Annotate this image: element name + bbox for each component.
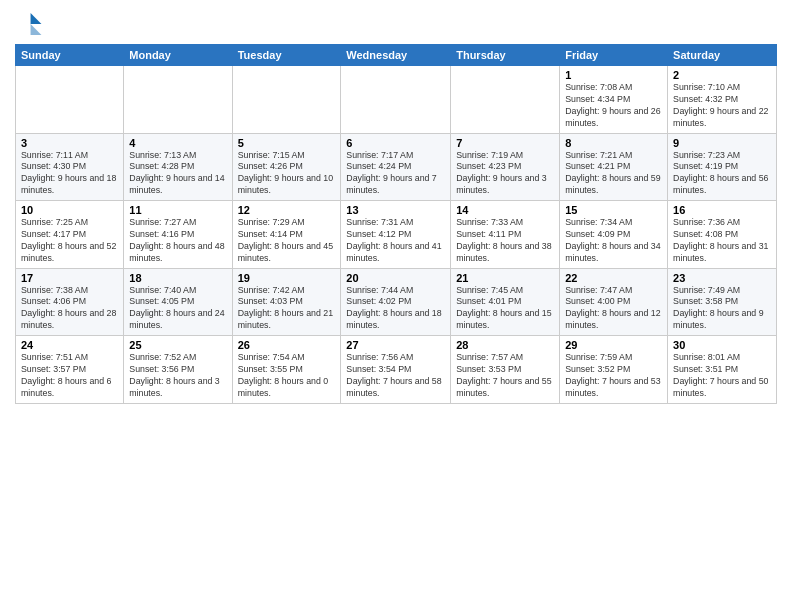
day-info: Sunrise: 7:54 AM Sunset: 3:55 PM Dayligh… [238,352,336,400]
day-info: Sunrise: 7:44 AM Sunset: 4:02 PM Dayligh… [346,285,445,333]
day-cell: 25Sunrise: 7:52 AM Sunset: 3:56 PM Dayli… [124,336,232,404]
day-cell: 26Sunrise: 7:54 AM Sunset: 3:55 PM Dayli… [232,336,341,404]
day-info: Sunrise: 7:36 AM Sunset: 4:08 PM Dayligh… [673,217,771,265]
week-row-3: 17Sunrise: 7:38 AM Sunset: 4:06 PM Dayli… [16,268,777,336]
day-info: Sunrise: 7:42 AM Sunset: 4:03 PM Dayligh… [238,285,336,333]
day-cell: 12Sunrise: 7:29 AM Sunset: 4:14 PM Dayli… [232,201,341,269]
day-cell: 4Sunrise: 7:13 AM Sunset: 4:28 PM Daylig… [124,133,232,201]
day-info: Sunrise: 7:15 AM Sunset: 4:26 PM Dayligh… [238,150,336,198]
week-row-0: 1Sunrise: 7:08 AM Sunset: 4:34 PM Daylig… [16,66,777,134]
day-cell [124,66,232,134]
day-number: 20 [346,272,445,284]
svg-marker-1 [31,24,42,35]
day-cell: 2Sunrise: 7:10 AM Sunset: 4:32 PM Daylig… [668,66,777,134]
day-info: Sunrise: 7:45 AM Sunset: 4:01 PM Dayligh… [456,285,554,333]
day-info: Sunrise: 7:19 AM Sunset: 4:23 PM Dayligh… [456,150,554,198]
day-number: 15 [565,204,662,216]
day-info: Sunrise: 7:27 AM Sunset: 4:16 PM Dayligh… [129,217,226,265]
day-cell: 18Sunrise: 7:40 AM Sunset: 4:05 PM Dayli… [124,268,232,336]
day-number: 22 [565,272,662,284]
day-info: Sunrise: 7:25 AM Sunset: 4:17 PM Dayligh… [21,217,118,265]
day-info: Sunrise: 7:33 AM Sunset: 4:11 PM Dayligh… [456,217,554,265]
col-header-tuesday: Tuesday [232,45,341,66]
day-cell: 27Sunrise: 7:56 AM Sunset: 3:54 PM Dayli… [341,336,451,404]
day-info: Sunrise: 7:59 AM Sunset: 3:52 PM Dayligh… [565,352,662,400]
day-cell [341,66,451,134]
day-info: Sunrise: 7:49 AM Sunset: 3:58 PM Dayligh… [673,285,771,333]
day-number: 9 [673,137,771,149]
day-number: 7 [456,137,554,149]
day-number: 19 [238,272,336,284]
day-cell: 6Sunrise: 7:17 AM Sunset: 4:24 PM Daylig… [341,133,451,201]
day-cell: 17Sunrise: 7:38 AM Sunset: 4:06 PM Dayli… [16,268,124,336]
day-cell: 9Sunrise: 7:23 AM Sunset: 4:19 PM Daylig… [668,133,777,201]
day-number: 21 [456,272,554,284]
day-cell: 5Sunrise: 7:15 AM Sunset: 4:26 PM Daylig… [232,133,341,201]
day-number: 18 [129,272,226,284]
day-number: 27 [346,339,445,351]
day-number: 29 [565,339,662,351]
day-cell: 3Sunrise: 7:11 AM Sunset: 4:30 PM Daylig… [16,133,124,201]
day-info: Sunrise: 7:56 AM Sunset: 3:54 PM Dayligh… [346,352,445,400]
col-header-wednesday: Wednesday [341,45,451,66]
week-row-1: 3Sunrise: 7:11 AM Sunset: 4:30 PM Daylig… [16,133,777,201]
calendar-table: SundayMondayTuesdayWednesdayThursdayFrid… [15,44,777,404]
day-number: 30 [673,339,771,351]
day-number: 24 [21,339,118,351]
day-info: Sunrise: 7:23 AM Sunset: 4:19 PM Dayligh… [673,150,771,198]
logo [15,10,47,38]
col-header-monday: Monday [124,45,232,66]
day-number: 2 [673,69,771,81]
day-info: Sunrise: 7:17 AM Sunset: 4:24 PM Dayligh… [346,150,445,198]
day-cell: 11Sunrise: 7:27 AM Sunset: 4:16 PM Dayli… [124,201,232,269]
day-info: Sunrise: 7:08 AM Sunset: 4:34 PM Dayligh… [565,82,662,130]
day-cell: 22Sunrise: 7:47 AM Sunset: 4:00 PM Dayli… [560,268,668,336]
day-cell: 14Sunrise: 7:33 AM Sunset: 4:11 PM Dayli… [451,201,560,269]
day-cell: 7Sunrise: 7:19 AM Sunset: 4:23 PM Daylig… [451,133,560,201]
col-header-friday: Friday [560,45,668,66]
day-cell [232,66,341,134]
day-number: 13 [346,204,445,216]
day-info: Sunrise: 7:10 AM Sunset: 4:32 PM Dayligh… [673,82,771,130]
day-number: 3 [21,137,118,149]
day-number: 4 [129,137,226,149]
day-number: 1 [565,69,662,81]
day-number: 11 [129,204,226,216]
day-cell: 8Sunrise: 7:21 AM Sunset: 4:21 PM Daylig… [560,133,668,201]
day-cell [16,66,124,134]
header-row: SundayMondayTuesdayWednesdayThursdayFrid… [16,45,777,66]
col-header-thursday: Thursday [451,45,560,66]
day-number: 16 [673,204,771,216]
day-cell: 28Sunrise: 7:57 AM Sunset: 3:53 PM Dayli… [451,336,560,404]
col-header-saturday: Saturday [668,45,777,66]
day-info: Sunrise: 7:13 AM Sunset: 4:28 PM Dayligh… [129,150,226,198]
day-number: 8 [565,137,662,149]
logo-icon [15,10,43,38]
day-info: Sunrise: 7:29 AM Sunset: 4:14 PM Dayligh… [238,217,336,265]
day-cell: 13Sunrise: 7:31 AM Sunset: 4:12 PM Dayli… [341,201,451,269]
day-cell: 19Sunrise: 7:42 AM Sunset: 4:03 PM Dayli… [232,268,341,336]
page: SundayMondayTuesdayWednesdayThursdayFrid… [0,0,792,612]
day-cell: 23Sunrise: 7:49 AM Sunset: 3:58 PM Dayli… [668,268,777,336]
day-info: Sunrise: 7:34 AM Sunset: 4:09 PM Dayligh… [565,217,662,265]
day-info: Sunrise: 7:11 AM Sunset: 4:30 PM Dayligh… [21,150,118,198]
svg-marker-0 [31,13,42,24]
col-header-sunday: Sunday [16,45,124,66]
day-number: 5 [238,137,336,149]
day-cell: 10Sunrise: 7:25 AM Sunset: 4:17 PM Dayli… [16,201,124,269]
day-cell: 20Sunrise: 7:44 AM Sunset: 4:02 PM Dayli… [341,268,451,336]
header [15,10,777,38]
day-info: Sunrise: 7:31 AM Sunset: 4:12 PM Dayligh… [346,217,445,265]
day-info: Sunrise: 7:21 AM Sunset: 4:21 PM Dayligh… [565,150,662,198]
day-info: Sunrise: 7:51 AM Sunset: 3:57 PM Dayligh… [21,352,118,400]
day-cell: 21Sunrise: 7:45 AM Sunset: 4:01 PM Dayli… [451,268,560,336]
day-number: 17 [21,272,118,284]
day-number: 10 [21,204,118,216]
day-cell: 1Sunrise: 7:08 AM Sunset: 4:34 PM Daylig… [560,66,668,134]
day-number: 6 [346,137,445,149]
day-info: Sunrise: 7:40 AM Sunset: 4:05 PM Dayligh… [129,285,226,333]
day-cell: 24Sunrise: 7:51 AM Sunset: 3:57 PM Dayli… [16,336,124,404]
day-cell [451,66,560,134]
day-cell: 30Sunrise: 8:01 AM Sunset: 3:51 PM Dayli… [668,336,777,404]
day-info: Sunrise: 7:47 AM Sunset: 4:00 PM Dayligh… [565,285,662,333]
